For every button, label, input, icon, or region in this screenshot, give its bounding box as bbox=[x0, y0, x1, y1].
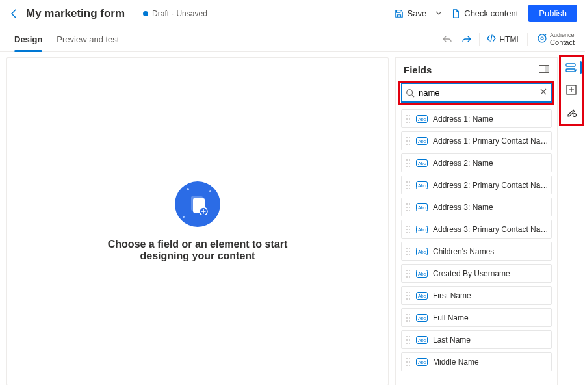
svg-text:Abc: Abc bbox=[418, 183, 426, 188]
field-label: Full Name bbox=[433, 313, 469, 322]
svg-text:Abc: Abc bbox=[418, 250, 426, 254]
svg-rect-105 bbox=[566, 69, 575, 72]
html-label: HTML bbox=[499, 35, 521, 44]
field-label: Children's Names bbox=[433, 247, 494, 256]
svg-point-26 bbox=[406, 163, 408, 164]
svg-point-91 bbox=[409, 339, 410, 341]
add-element-icon bbox=[566, 85, 577, 95]
field-list: AbcAddress 1: NameAbcAddress 1: Primary … bbox=[396, 107, 557, 385]
save-icon bbox=[395, 9, 404, 18]
panel-view-icon[interactable] bbox=[539, 65, 549, 75]
document-icon bbox=[451, 9, 460, 18]
svg-point-72 bbox=[406, 292, 408, 293]
undo-button[interactable] bbox=[437, 30, 457, 49]
text-field-type-icon: Abc bbox=[416, 269, 428, 278]
save-chevron-button[interactable] bbox=[432, 8, 446, 18]
svg-point-60 bbox=[406, 254, 408, 255]
tabbar-separator-2 bbox=[527, 33, 528, 46]
tab-design[interactable]: Design bbox=[14, 27, 42, 51]
back-arrow-button[interactable] bbox=[5, 5, 23, 23]
status-badge: Draft · Unsaved bbox=[143, 9, 207, 18]
svg-point-51 bbox=[409, 229, 410, 230]
text-field-type-icon: Abc bbox=[416, 137, 428, 145]
redo-button[interactable] bbox=[457, 30, 476, 49]
svg-point-69 bbox=[409, 276, 410, 278]
field-label: Address 2: Primary Contact Name bbox=[433, 181, 551, 190]
svg-point-59 bbox=[409, 251, 410, 252]
svg-point-80 bbox=[406, 314, 408, 315]
svg-point-42 bbox=[406, 207, 408, 208]
svg-point-52 bbox=[406, 232, 408, 233]
drag-grip-icon bbox=[404, 154, 412, 172]
svg-text:Abc: Abc bbox=[418, 117, 426, 122]
drag-grip-icon bbox=[404, 132, 412, 150]
svg-point-40 bbox=[406, 203, 408, 205]
field-item[interactable]: AbcAddress 2: Name bbox=[401, 153, 552, 172]
field-item[interactable]: AbcLast Name bbox=[401, 330, 552, 349]
svg-point-10 bbox=[406, 118, 408, 120]
field-item[interactable]: AbcAddress 3: Primary Contact Name bbox=[401, 220, 552, 239]
svg-point-82 bbox=[406, 317, 408, 319]
svg-point-20 bbox=[406, 144, 408, 145]
topbar: My marketing form Draft · Unsaved Save C… bbox=[0, 0, 585, 27]
field-label: Middle Name bbox=[433, 358, 479, 367]
field-item[interactable]: AbcAddress 1: Name bbox=[401, 109, 552, 128]
svg-text:Abc: Abc bbox=[418, 272, 426, 276]
svg-point-12 bbox=[406, 122, 408, 123]
field-item[interactable]: AbcCreated By Username bbox=[401, 264, 552, 283]
drag-grip-icon bbox=[404, 242, 412, 260]
svg-point-29 bbox=[409, 166, 410, 167]
svg-text:Abc: Abc bbox=[418, 139, 426, 144]
field-item[interactable]: AbcAddress 2: Primary Contact Name bbox=[401, 176, 552, 194]
html-button[interactable]: HTML bbox=[482, 33, 525, 46]
svg-point-88 bbox=[406, 336, 408, 337]
tab-preview[interactable]: Preview and test bbox=[57, 27, 119, 51]
svg-point-65 bbox=[409, 270, 410, 271]
svg-point-75 bbox=[409, 295, 410, 296]
svg-point-76 bbox=[406, 298, 408, 300]
drag-grip-icon bbox=[404, 198, 412, 216]
field-label: First Name bbox=[433, 291, 471, 300]
tabbar-separator bbox=[479, 33, 480, 46]
svg-point-28 bbox=[406, 166, 408, 167]
svg-point-13 bbox=[409, 122, 410, 123]
drag-grip-icon bbox=[404, 287, 412, 304]
svg-point-61 bbox=[409, 254, 410, 255]
right-rail bbox=[558, 52, 585, 392]
form-field-icon bbox=[566, 62, 577, 73]
svg-point-56 bbox=[406, 248, 408, 249]
field-item[interactable]: AbcAddress 3: Name bbox=[401, 198, 552, 216]
save-button[interactable]: Save bbox=[389, 4, 432, 23]
empty-state-line1: Choose a field or an element to start bbox=[108, 239, 288, 250]
svg-point-19 bbox=[409, 140, 410, 142]
code-icon bbox=[486, 33, 497, 46]
search-box[interactable] bbox=[401, 83, 552, 103]
audience-selector[interactable]: Audience Contact bbox=[534, 33, 577, 47]
rail-design-button[interactable] bbox=[561, 101, 582, 122]
field-item[interactable]: AbcMiddle Name bbox=[401, 352, 552, 371]
clear-search-button[interactable] bbox=[540, 88, 547, 98]
rail-fields-button[interactable] bbox=[561, 57, 582, 78]
svg-point-11 bbox=[409, 118, 410, 120]
publish-button[interactable]: Publish bbox=[528, 5, 577, 22]
svg-point-25 bbox=[409, 159, 410, 161]
svg-point-107 bbox=[573, 114, 577, 117]
field-item[interactable]: AbcFull Name bbox=[401, 308, 552, 327]
check-content-button[interactable]: Check content bbox=[446, 4, 523, 23]
status-dot-icon bbox=[143, 11, 148, 16]
field-item[interactable]: AbcAddress 1: Primary Contact Name bbox=[401, 131, 552, 150]
svg-point-7 bbox=[407, 89, 413, 95]
design-canvas[interactable]: Choose a field or an element to start de… bbox=[6, 57, 389, 385]
fields-panel-header: Fields bbox=[396, 58, 557, 79]
svg-point-53 bbox=[409, 232, 410, 233]
field-item[interactable]: AbcFirst Name bbox=[401, 286, 552, 305]
search-input[interactable] bbox=[419, 88, 536, 98]
svg-point-32 bbox=[406, 181, 408, 183]
rail-elements-button[interactable] bbox=[561, 79, 582, 100]
svg-point-64 bbox=[406, 270, 408, 271]
svg-point-17 bbox=[409, 137, 410, 138]
svg-point-74 bbox=[406, 295, 408, 296]
fields-panel-title: Fields bbox=[404, 64, 539, 75]
field-item[interactable]: AbcChildren's Names bbox=[401, 242, 552, 261]
svg-point-57 bbox=[409, 248, 410, 249]
